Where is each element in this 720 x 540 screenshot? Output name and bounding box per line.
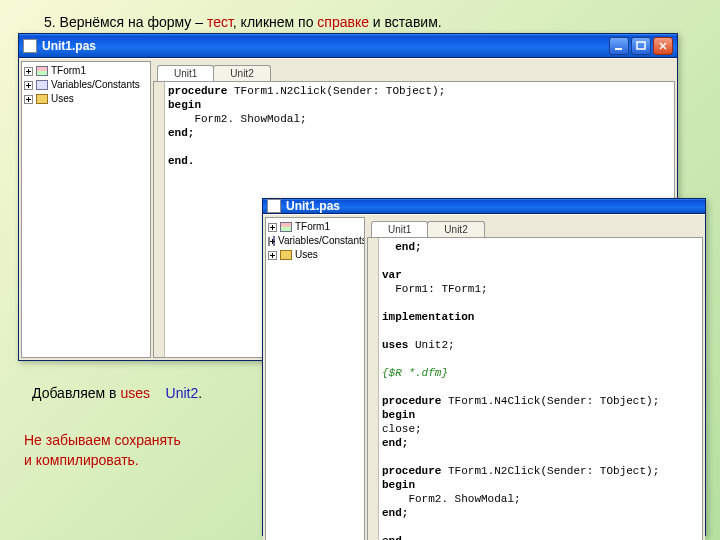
window-title: Unit1.pas <box>286 199 701 213</box>
instruction-line-2: Добавляем в uses Unit2. <box>32 385 202 401</box>
tab-unit1[interactable]: Unit1 <box>157 65 214 81</box>
expand-icon[interactable] <box>24 95 33 104</box>
tab-unit2[interactable]: Unit2 <box>427 221 484 237</box>
tree-item-form[interactable]: TForm1 <box>266 220 364 234</box>
tree-item-vars[interactable]: Variables/Constants <box>266 234 364 248</box>
form-icon <box>36 66 48 76</box>
expand-icon[interactable] <box>24 67 33 76</box>
code-tree[interactable]: TForm1 Variables/Constants Uses <box>21 61 151 358</box>
svg-rect-1 <box>637 42 645 49</box>
tree-item-uses[interactable]: Uses <box>266 248 364 262</box>
code-editor[interactable]: end; var Form1: TForm1; implementation u… <box>367 237 703 540</box>
tree-item-form[interactable]: TForm1 <box>22 64 150 78</box>
instruction-line-1: 5. Вернёмся на форму – тест, кликнем по … <box>44 14 442 30</box>
expand-icon[interactable] <box>268 237 270 246</box>
titlebar[interactable]: Unit1.pas <box>263 199 705 214</box>
folder-icon <box>280 250 292 260</box>
folder-icon <box>36 94 48 104</box>
window-title: Unit1.pas <box>42 39 607 53</box>
expand-icon[interactable] <box>268 223 277 232</box>
form-icon <box>280 222 292 232</box>
file-icon <box>23 39 37 53</box>
tab-unit1[interactable]: Unit1 <box>371 221 428 237</box>
expand-icon[interactable] <box>24 81 33 90</box>
vars-icon <box>36 80 48 90</box>
file-icon <box>267 199 281 213</box>
editor-tabs: Unit1 Unit2 <box>153 61 675 81</box>
tab-unit2[interactable]: Unit2 <box>213 65 270 81</box>
tree-item-vars[interactable]: Variables/Constants <box>22 78 150 92</box>
maximize-button[interactable] <box>631 37 651 55</box>
close-button[interactable] <box>653 37 673 55</box>
expand-icon[interactable] <box>268 251 277 260</box>
editor-tabs: Unit1 Unit2 <box>367 217 703 237</box>
titlebar[interactable]: Unit1.pas <box>19 34 677 58</box>
instruction-line-3: Не забываем сохранять и компилировать. <box>24 430 181 470</box>
svg-rect-0 <box>615 48 622 50</box>
minimize-button[interactable] <box>609 37 629 55</box>
code-tree[interactable]: TForm1 Variables/Constants Uses <box>265 217 365 540</box>
tree-item-uses[interactable]: Uses <box>22 92 150 106</box>
editor-window-2: Unit1.pas TForm1 Variables/Constants Use… <box>262 198 706 536</box>
